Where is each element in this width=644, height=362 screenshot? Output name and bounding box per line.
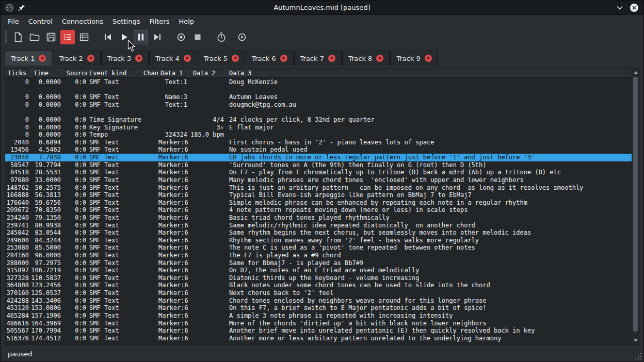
table-row[interactable] [5,108,632,116]
resize-grip[interactable] [640,358,641,359]
titlebar[interactable]: AutumnLeaves.mid [paused] [1,1,643,15]
column-header-time[interactable]: Time [31,69,62,77]
toolbar-drag-handle[interactable] [5,31,7,43]
tab-track-6[interactable]: Track 6× [246,51,293,65]
cell-d3: Diatonic thirds up the keyboard - volume… [225,274,632,282]
cell-d2 [188,274,225,282]
table-row[interactable]: 23974180.99380:0SMF TextMarker:6Same mel… [5,222,632,229]
table-row[interactable]: 486616164.39690:0SMF TextMarker:6More of… [5,320,632,327]
tab-close-icon[interactable]: × [232,55,239,62]
tab-close-icon[interactable]: × [425,55,432,62]
stop-button[interactable] [190,30,205,44]
table-row[interactable]: 20967270.83500:0SMF TextMarker:64 note p… [5,206,632,214]
table-row[interactable]: 28416096.00000:0SMF TextMarker:6the F7 i… [5,252,632,259]
tab-track-4[interactable]: Track 4× [149,51,197,65]
table-row[interactable]: 24584283.05440:0SMF TextMarker:6Same rhy… [5,229,632,237]
tab-close-icon[interactable]: × [328,55,335,62]
timer-button[interactable] [214,30,229,44]
table-row[interactable]: 23424079.13500:0SMF TextMarker:6Basic tr… [5,214,632,222]
cell-source: 0:0 [62,237,87,244]
table-row[interactable]: 00.00000:0SMF TextName:3Autumn Leaves [5,93,632,101]
table-row[interactable]: 505567170.79940:0SMF TextMarker:6Another… [5,327,632,335]
tab-close-icon[interactable]: × [376,55,383,62]
play-button[interactable] [117,30,132,44]
save-file-button[interactable] [44,30,58,44]
menu-settings[interactable]: Settings [108,16,144,27]
column-header-ticks[interactable]: Ticks [5,69,31,77]
scroll-up-arrow-icon[interactable] [634,71,638,74]
table-row[interactable]: 8451828.55310:0SMF TextMarker:6On F7 - p… [5,169,632,176]
menu-help[interactable]: Help [174,16,199,27]
table-row[interactable]: 00.00000:0Tempo324324185.0 bpm [5,131,632,139]
table-row[interactable]: 14876250.25750:0SMF TextMarker:6This is … [5,184,632,192]
table-row[interactable]: 00.00000:0Key Signature3♭E flat major [5,124,632,131]
app-icon[interactable] [5,4,13,12]
table-row[interactable]: 465284157.19060:0SMF TextMarker:6A simpl… [5,312,632,320]
tab-close-icon[interactable]: × [87,55,94,62]
menu-filters[interactable]: Filters [144,16,174,27]
tab-track-2[interactable]: Track 2× [53,51,100,65]
table-row[interactable]: 453120153.08060:0SMF TextMarker:6On this… [5,304,632,312]
tab-close-icon[interactable]: × [135,55,142,62]
tab-track-7[interactable]: Track 7× [294,51,342,65]
status-text: paused [8,350,32,358]
tab-track-9[interactable]: Track 9× [390,51,438,65]
column-header-event-kind[interactable]: Event kind [87,69,141,77]
table-row[interactable]: 24960084.32440:0SMF TextMarker:6Rhythm s… [5,237,632,244]
cell-ticks: 84518 [5,169,31,176]
table-row[interactable]: 424288143.34060:0SMF TextMarker:6Chord t… [5,297,632,305]
column-header-data-2[interactable]: Data 2 [188,69,225,77]
column-header-data-1[interactable]: Data 1 [158,69,188,77]
scroll-down-arrow-icon[interactable] [634,339,638,342]
table-row[interactable]: 315897106.72190:0SMF TextMarker:6On D7, … [5,267,632,274]
table-row[interactable]: 370160125.05370:0SMF TextMarker:6Next ch… [5,289,632,297]
chevron-down-icon[interactable] [616,5,623,10]
new-file-button[interactable] [11,30,25,44]
cell-chan [141,252,158,259]
scrollbar-thumb[interactable] [633,77,638,332]
table-row[interactable]: 230407.78380:0SMF TextMarker:6LH jabs ch… [5,154,632,161]
event-list-view-button[interactable] [60,30,75,44]
close-icon[interactable] [630,3,639,12]
table-row[interactable]: 20400.68940:0SMF TextMarker:6First choru… [5,139,632,146]
cell-chan [141,282,158,289]
table-row[interactable]: 134564.54620:0SMF TextMarker:6No sustain… [5,146,632,154]
table-row[interactable]: 364808123.24560:0SMF TextMarker:6Black n… [5,282,632,289]
record-button[interactable] [174,30,188,44]
table-row[interactable]: 516376174.45120:0SMF TextMarker:6Another… [5,335,632,342]
loop-button[interactable] [235,30,249,44]
track-view-button[interactable] [77,30,91,44]
menu-file[interactable]: File [3,16,24,27]
tab-close-icon[interactable]: × [184,55,191,62]
table-row[interactable]: 16688856.38130:0SMF TextMarker:6Typical … [5,191,632,199]
event-list-view-icon [62,31,73,43]
table-row[interactable]: 28800097.29750:0SMF TextMarker:6Same for… [5,259,632,267]
table-row[interactable]: 327328110.58370:0SMF TextMarker:6Diatoni… [5,274,632,282]
tab-track-1[interactable]: Track 1× [5,51,52,65]
column-header-data-3[interactable]: Data 3 [225,69,632,77]
tab-track-8[interactable]: Track 8× [342,51,390,65]
pin-icon[interactable] [18,4,25,11]
tab-track-5[interactable]: Track 5× [198,51,245,65]
open-file-button[interactable] [27,30,42,44]
tab-close-icon[interactable]: × [280,55,287,62]
table-row[interactable]: 00.00000:0Time Signature4/424 clocks per… [5,116,632,124]
table-row[interactable]: 25308085.50000:0SMF TextMarker:6The note… [5,244,632,252]
table-row[interactable]: 17664059.67560:0SMF TextMarker:6Simple m… [5,199,632,207]
table-row[interactable]: 00.00000:0SMF TextText:1dougmck@tpg.com.… [5,101,632,109]
column-header-chan[interactable]: Chan [141,69,158,77]
column-header-source[interactable]: Source [62,69,87,77]
pause-button[interactable] [134,30,148,44]
tab-close-icon[interactable]: × [39,55,46,62]
cell-d3: Simple melodic phrase can be enhanced by… [225,199,632,207]
vertical-scrollbar[interactable] [632,69,639,344]
menu-connections[interactable]: Connections [57,16,108,27]
menu-control[interactable]: Control [24,16,57,27]
table-row[interactable]: 00.00000:0SMF TextText:1Doug McKenzie [5,78,632,86]
skip-backward-button[interactable] [101,30,115,44]
tab-track-3[interactable]: Track 3× [101,51,149,65]
skip-forward-button[interactable] [150,30,165,44]
table-row[interactable]: 5854719.77940:0SMF TextMarker:6'Surround… [5,161,632,169]
table-row[interactable]: 9768033.00000:0SMF TextMarker:6Many melo… [5,176,632,184]
table-row[interactable] [5,86,632,94]
